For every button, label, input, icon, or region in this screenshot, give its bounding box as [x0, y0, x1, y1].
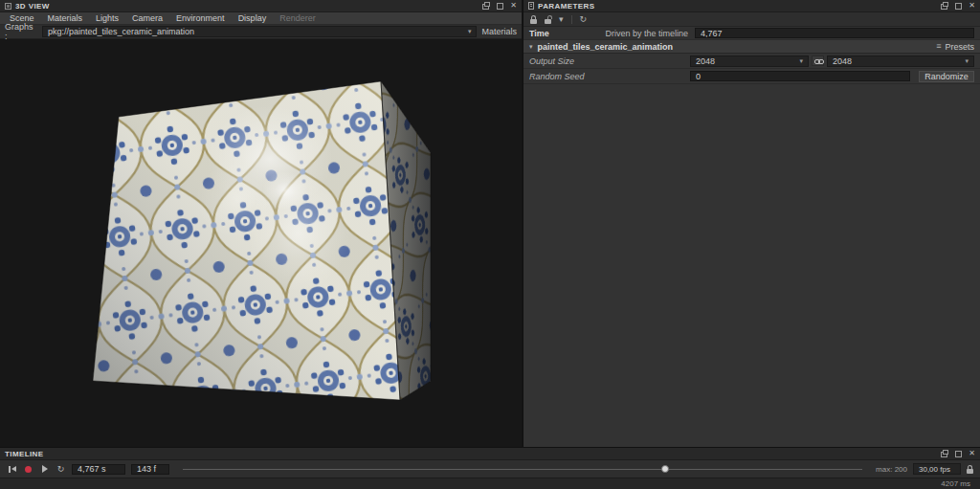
- refresh-icon[interactable]: ↻: [580, 15, 588, 24]
- loop-button[interactable]: ↻: [56, 464, 66, 475]
- float-window-icon[interactable]: [482, 2, 490, 10]
- timeline-lock-icon[interactable]: [967, 465, 973, 474]
- float-window-icon[interactable]: [941, 450, 948, 457]
- close-icon[interactable]: ✕: [969, 2, 975, 10]
- timeline-max-label: max: 200: [876, 465, 907, 474]
- randomize-button[interactable]: Randomize: [919, 71, 974, 82]
- time-mode-label: Driven by the timeline: [605, 29, 688, 38]
- close-icon[interactable]: ✕: [510, 2, 517, 10]
- fps-value: 30,00 fps: [919, 465, 950, 474]
- menu-display[interactable]: Display: [232, 13, 274, 23]
- timeline-slider-track[interactable]: [183, 469, 862, 470]
- random-seed-row: Random Seed Randomize: [523, 69, 980, 84]
- random-seed-input[interactable]: [690, 71, 910, 81]
- timeline-controls: ↻ max: 200 30,00 fps: [0, 460, 980, 478]
- chevron-down-icon[interactable]: ▾: [559, 15, 564, 24]
- 3d-cube-render: [0, 39, 522, 447]
- parameters-window-buttons: ✕: [941, 2, 975, 10]
- play-button[interactable]: [39, 464, 50, 475]
- graph-section-row[interactable]: ▾ painted_tiles_ceramic_animation ≡ Pres…: [523, 40, 980, 54]
- record-icon: [25, 466, 32, 473]
- close-icon[interactable]: ✕: [969, 450, 975, 457]
- loop-icon: ↻: [57, 465, 65, 474]
- time-label: Time: [529, 29, 549, 38]
- maximize-window-icon[interactable]: [497, 3, 503, 10]
- 3d-viewport[interactable]: [0, 39, 522, 447]
- 3d-view-window-buttons: ✕: [482, 2, 517, 10]
- parameters-header: PARAMETERS ✕: [523, 0, 980, 12]
- output-height-value: 2048: [833, 56, 852, 66]
- timeline-frame-field[interactable]: [131, 464, 169, 475]
- timeline-slider-handle[interactable]: [661, 465, 669, 473]
- timeline-time-field[interactable]: [72, 464, 125, 475]
- menu-camera[interactable]: Camera: [125, 13, 169, 23]
- 3d-view-title: 3D VIEW: [15, 2, 50, 11]
- menu-materials[interactable]: Materials: [41, 13, 90, 23]
- parameters-panel: PARAMETERS ✕ ▾ ↻ Time Driven by the time…: [523, 0, 980, 447]
- time-row: Time Driven by the timeline: [523, 27, 980, 40]
- fps-dropdown[interactable]: 30,00 fps: [913, 463, 961, 475]
- timeline-slider[interactable]: [183, 463, 862, 475]
- chevron-down-icon: ▾: [468, 28, 472, 35]
- app-window: 3D VIEW ✕ Scene Materials Lights Camera …: [0, 0, 980, 489]
- output-width-value: 2048: [696, 56, 715, 66]
- chevron-down-icon: ▾: [799, 57, 803, 65]
- menu-environment[interactable]: Environment: [169, 13, 232, 23]
- output-size-row: Output Size 2048 ▾ 2048 ▾: [523, 54, 980, 69]
- time-value-input[interactable]: [695, 28, 974, 38]
- graphs-dropdown[interactable]: pkg://painted_tiles_ceramic_animation ▾: [42, 26, 478, 37]
- graph-section-title: painted_tiles_ceramic_animation: [538, 42, 674, 52]
- skip-start-icon: [9, 466, 16, 473]
- output-height-dropdown[interactable]: 2048 ▾: [827, 56, 974, 67]
- menu-lights[interactable]: Lights: [89, 13, 125, 23]
- chevron-down-icon: ▾: [965, 57, 969, 65]
- 3d-view-menubar: Scene Materials Lights Camera Environmen…: [0, 12, 522, 25]
- menu-renderer[interactable]: Renderer: [273, 13, 323, 23]
- lock-icon[interactable]: [530, 15, 537, 24]
- timeline-panel: TIMELINE ✕ ↻ max: 200 30,00 fps: [0, 447, 980, 478]
- presets-label: Presets: [945, 42, 974, 52]
- section-chevron-icon[interactable]: ▾: [529, 43, 533, 51]
- parameters-title: PARAMETERS: [538, 2, 594, 11]
- parameters-toolbar: ▾ ↻: [523, 12, 980, 27]
- presets-button[interactable]: ≡ Presets: [936, 42, 974, 52]
- float-window-icon[interactable]: [941, 2, 948, 10]
- 3d-view-header: 3D VIEW ✕: [0, 0, 522, 12]
- 3d-view-icon: [5, 3, 11, 10]
- link-size-icon[interactable]: [812, 56, 824, 66]
- record-button[interactable]: [23, 464, 33, 475]
- output-width-dropdown[interactable]: 2048 ▾: [690, 56, 809, 67]
- timeline-header: TIMELINE ✕: [0, 448, 980, 460]
- output-size-label: Output Size: [529, 56, 690, 66]
- presets-icon: ≡: [936, 42, 941, 51]
- graphs-dropdown-value: pkg://painted_tiles_ceramic_animation: [48, 27, 194, 36]
- random-seed-label: Random Seed: [529, 72, 690, 81]
- maximize-window-icon[interactable]: [955, 451, 962, 457]
- materials-label: Materials: [481, 27, 517, 36]
- toolbar-divider: [571, 15, 572, 24]
- graphs-bar: Graphs : pkg://painted_tiles_ceramic_ani…: [0, 25, 522, 39]
- graphs-label: Graphs :: [5, 22, 37, 41]
- maximize-window-icon[interactable]: [955, 3, 962, 10]
- status-bar: 4207 ms: [0, 478, 980, 489]
- 3d-view-panel: 3D VIEW ✕ Scene Materials Lights Camera …: [0, 0, 522, 447]
- parameters-icon: [528, 2, 534, 10]
- render-time: 4207 ms: [941, 479, 970, 488]
- go-to-start-button[interactable]: [7, 464, 17, 475]
- unlock-icon[interactable]: [545, 15, 551, 24]
- timeline-title: TIMELINE: [5, 450, 44, 458]
- play-icon: [42, 465, 48, 473]
- timeline-window-buttons: ✕: [941, 450, 975, 457]
